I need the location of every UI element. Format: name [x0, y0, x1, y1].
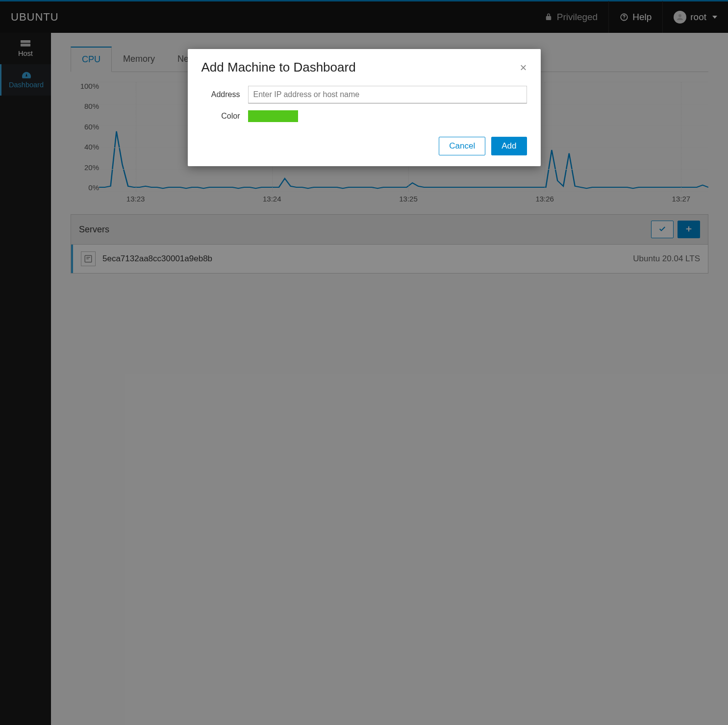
add-machine-modal: Add Machine to Dashboard × Address Color…: [188, 49, 541, 166]
address-input[interactable]: [248, 86, 527, 103]
add-button[interactable]: Add: [491, 137, 527, 155]
address-label: Address: [201, 90, 248, 99]
modal-overlay[interactable]: Add Machine to Dashboard × Address Color…: [0, 0, 728, 725]
close-icon: ×: [520, 61, 527, 74]
color-picker[interactable]: [248, 110, 298, 122]
color-label: Color: [201, 112, 248, 121]
modal-title: Add Machine to Dashboard: [201, 60, 520, 75]
close-button[interactable]: ×: [520, 61, 527, 75]
cancel-button[interactable]: Cancel: [439, 137, 485, 155]
